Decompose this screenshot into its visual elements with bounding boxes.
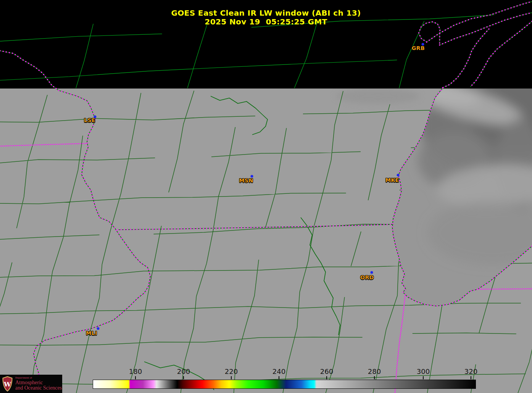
image-title: GOES East Clean IR LW window (ABI ch 13)	[0, 8, 532, 18]
colorbar-tick-mark-200	[183, 376, 184, 379]
rock-river	[301, 217, 340, 335]
logo-name-line2: and Oceanic Sciences	[15, 385, 62, 391]
station-dot-mli	[97, 327, 100, 330]
satellite-image-viewer: GOES East Clean IR LW window (ABI ch 13)…	[0, 0, 532, 393]
station-label-msn: MSN	[239, 177, 253, 184]
colorbar-tick-label-220: 220	[225, 367, 238, 375]
colorbar-tick-mark-320	[471, 376, 471, 379]
station-label-mli: MLI	[86, 330, 97, 336]
colorbar-tick-mark-280	[374, 376, 375, 379]
map-canvas	[0, 0, 532, 393]
colorbar-tick-label-300: 300	[417, 367, 430, 375]
door-peninsula-east	[470, 21, 532, 87]
wisconsin-river	[211, 96, 268, 135]
colorbar-tick-label-280: 280	[368, 367, 381, 375]
colorbar-tick-label-260: 260	[320, 367, 333, 375]
colorbar-tick-mark-240	[279, 376, 279, 379]
mn-ia-border	[0, 143, 87, 146]
station-label-mke: MKE	[385, 177, 399, 183]
indiana-line	[478, 289, 532, 289]
station-label-lse: LSE	[84, 117, 95, 123]
lake-region	[336, 16, 532, 306]
logo-name-line1: Atmospheric	[15, 380, 62, 385]
colorbar-tick-label-180: 180	[129, 367, 142, 375]
colorbar-tick-mark-220	[231, 376, 232, 379]
svg-text:W: W	[3, 380, 11, 388]
uw-crest-icon: W	[2, 376, 13, 391]
colorbar-tick-label-240: 240	[272, 367, 285, 375]
station-dot-mke	[397, 174, 400, 177]
colorbar-tick-mark-300	[423, 376, 424, 379]
colorbar-tick-label-320: 320	[464, 367, 477, 375]
station-label-grb: GRB	[412, 45, 425, 51]
logo-dept-line: Department of	[15, 377, 62, 379]
logo-text: Department of Atmospheric and Oceanic Sc…	[15, 377, 62, 391]
colorbar-tick-label-200: 200	[177, 367, 190, 375]
colorbar-tick-mark-180	[135, 376, 136, 379]
rivers-layer	[144, 96, 340, 390]
station-label-ord: ORD	[360, 274, 374, 280]
il-in-border	[395, 295, 405, 393]
mississippi-river	[0, 51, 150, 381]
door-peninsula-west	[443, 29, 489, 88]
station-dot-ord	[371, 271, 373, 274]
temperature-colorbar	[93, 380, 476, 389]
uw-aos-logo: W Department of Atmospheric and Oceanic …	[0, 375, 62, 393]
image-timestamp: 2025 Nov 19 05:25:25 GMT	[0, 17, 532, 26]
colorbar-tick-mark-260	[326, 376, 327, 379]
